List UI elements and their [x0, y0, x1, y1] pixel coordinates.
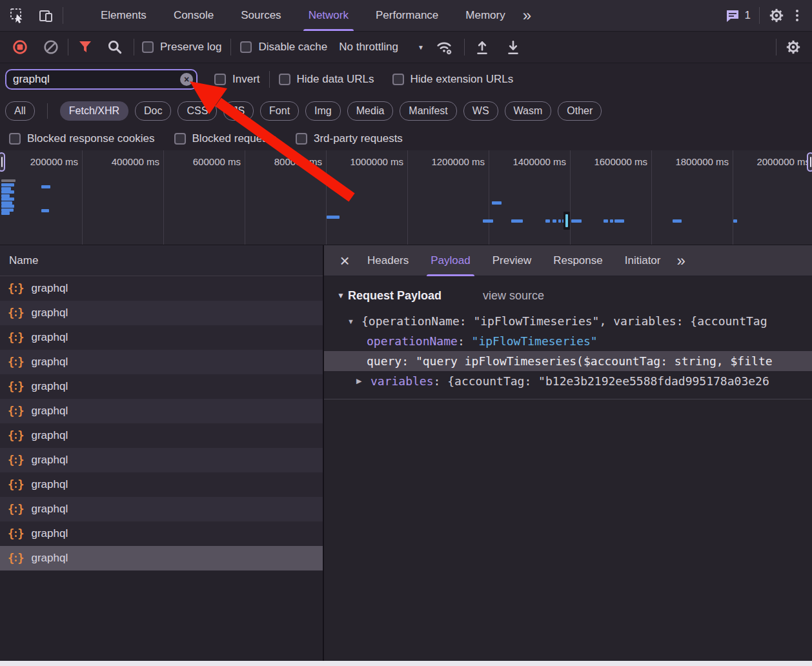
request-name: graphql — [32, 356, 68, 368]
network-settings-button[interactable] — [782, 36, 804, 58]
type-filter-media[interactable]: Media — [347, 101, 394, 121]
waterfall-bar — [604, 219, 608, 223]
type-filter-wasm[interactable]: Wasm — [505, 101, 552, 121]
disable-cache-toggle[interactable]: Disable cache — [240, 41, 327, 54]
overview-left-handle[interactable] — [0, 152, 5, 172]
type-filter-ws[interactable]: WS — [463, 101, 498, 121]
invert-filter-toggle[interactable]: Invert — [214, 73, 260, 86]
settings-button[interactable] — [766, 5, 787, 26]
blocked-cookies-checkbox[interactable] — [9, 133, 21, 145]
throttling-select[interactable]: No throttling ▼ — [339, 41, 424, 54]
fetch-xhr-icon: {} — [8, 529, 25, 540]
blocked-requests-checkbox[interactable] — [174, 133, 186, 145]
more-panels-button[interactable]: » — [523, 8, 531, 23]
request-row[interactable]: {}graphql — [0, 497, 323, 521]
payload-row-query[interactable]: query: "query ipFlowTimeseries($accountT… — [324, 351, 812, 371]
hide-data-urls-toggle[interactable]: Hide data URLs — [279, 73, 374, 86]
view-source-link[interactable]: view source — [483, 289, 544, 303]
panel-tab-elements[interactable]: Elements — [101, 0, 147, 31]
export-har-button[interactable] — [502, 36, 524, 58]
request-row[interactable]: {}graphql — [0, 276, 323, 301]
payload-root-line[interactable]: ▼ {operationName: "ipFlowTimeseries", va… — [324, 311, 812, 331]
payload-root-preview: {operationName: "ipFlowTimeseries", vari… — [361, 314, 767, 328]
payload-row-operation-name[interactable]: operationName: "ipFlowTimeseries" — [324, 331, 812, 351]
type-filter-fetch-xhr[interactable]: Fetch/XHR — [60, 101, 128, 121]
dot — [15, 482, 17, 484]
panel-tab-sources[interactable]: Sources — [241, 0, 281, 31]
detail-tab-preview[interactable]: Preview — [492, 245, 531, 276]
type-filter-js[interactable]: JS — [223, 101, 254, 121]
console-messages-button[interactable] — [722, 5, 744, 26]
request-payload-section-header[interactable]: ▼ Request Payload view source — [324, 284, 812, 307]
request-row[interactable]: {}graphql — [0, 374, 323, 399]
filter-row: × Invert Hide data URLs Hide extension U… — [0, 63, 812, 96]
panel-tab-performance[interactable]: Performance — [376, 0, 438, 31]
triangle-down-icon[interactable]: ▼ — [347, 318, 361, 325]
hide-extension-urls-checkbox[interactable] — [392, 74, 404, 85]
hide-data-urls-checkbox[interactable] — [279, 74, 290, 85]
disable-cache-checkbox[interactable] — [240, 41, 252, 53]
import-har-button[interactable] — [471, 36, 493, 58]
preserve-log-checkbox[interactable] — [142, 41, 154, 53]
brace-right: } — [17, 332, 24, 343]
request-row[interactable]: {}graphql — [0, 472, 323, 497]
record-network-log-button[interactable] — [9, 36, 31, 58]
request-row[interactable]: {}graphql — [0, 325, 323, 350]
third-party-toggle[interactable]: 3rd-party requests — [296, 132, 403, 145]
request-row[interactable]: {}graphql — [0, 448, 323, 472]
network-conditions-button[interactable] — [433, 36, 455, 58]
name-column-header[interactable]: Name — [0, 245, 323, 276]
clear-network-log-button[interactable] — [40, 36, 62, 58]
request-row[interactable]: {}graphql — [0, 521, 323, 546]
request-row[interactable]: {}graphql — [0, 423, 323, 448]
filter-toggle-button[interactable] — [74, 36, 96, 58]
preserve-log-toggle[interactable]: Preserve log — [142, 41, 221, 54]
dot — [15, 560, 17, 561]
type-filter-all[interactable]: All — [5, 101, 35, 121]
request-row[interactable]: {}graphql — [0, 546, 323, 570]
detail-tab-response[interactable]: Response — [553, 245, 603, 276]
device-toolbar-button[interactable] — [35, 5, 57, 26]
third-party-checkbox[interactable] — [296, 133, 307, 145]
type-filter-manifest[interactable]: Manifest — [400, 101, 456, 121]
kebab-menu-button[interactable] — [787, 10, 807, 21]
detail-more-tabs-button[interactable]: » — [676, 253, 685, 268]
fetch-xhr-icon: {} — [8, 357, 25, 368]
search-button[interactable] — [104, 36, 126, 58]
close-detail-button[interactable]: × — [333, 252, 356, 269]
type-filter-doc[interactable]: Doc — [135, 101, 171, 121]
brace-left: { — [8, 332, 14, 343]
panel-tab-console[interactable]: Console — [174, 0, 214, 31]
dot — [15, 412, 17, 414]
panel-tab-memory[interactable]: Memory — [465, 0, 505, 31]
inspect-element-button[interactable] — [6, 5, 28, 26]
triangle-right-icon[interactable]: ▶ — [356, 377, 370, 385]
hide-extension-urls-toggle[interactable]: Hide extension URLs — [392, 73, 514, 86]
request-list: {}graphql{}graphql{}graphql{}graphql{}gr… — [0, 276, 323, 570]
brace-right: } — [17, 529, 24, 540]
waterfall-bar — [545, 219, 550, 223]
detail-tab-payload[interactable]: Payload — [431, 245, 470, 276]
divider — [230, 39, 231, 56]
filter-clear-button[interactable]: × — [180, 73, 193, 86]
overview-right-handle[interactable] — [807, 152, 812, 172]
brace-left: { — [8, 504, 14, 515]
blocked-requests-toggle[interactable]: Blocked requests — [174, 132, 276, 145]
panel-tab-network[interactable]: Network — [309, 0, 349, 31]
request-row[interactable]: {}graphql — [0, 399, 323, 423]
request-row[interactable]: {}graphql — [0, 301, 323, 325]
blocked-cookies-toggle[interactable]: Blocked response cookies — [9, 132, 155, 145]
type-filter-other[interactable]: Other — [558, 101, 602, 121]
dots — [15, 556, 17, 561]
gear-icon — [768, 7, 785, 24]
filter-input[interactable] — [5, 69, 198, 90]
type-filter-img[interactable]: Img — [305, 101, 341, 121]
detail-tab-initiator[interactable]: Initiator — [625, 245, 661, 276]
type-filter-css[interactable]: CSS — [178, 101, 217, 121]
invert-checkbox[interactable] — [214, 74, 226, 85]
network-overview-timeline[interactable]: 200000 ms400000 ms600000 ms800000 ms1000… — [0, 150, 812, 245]
request-row[interactable]: {}graphql — [0, 350, 323, 374]
payload-row-variables[interactable]: ▶ variables: {accountTag: "b12e3b2192ee5… — [324, 371, 812, 391]
type-filter-font[interactable]: Font — [260, 101, 299, 121]
detail-tab-headers[interactable]: Headers — [367, 245, 409, 276]
